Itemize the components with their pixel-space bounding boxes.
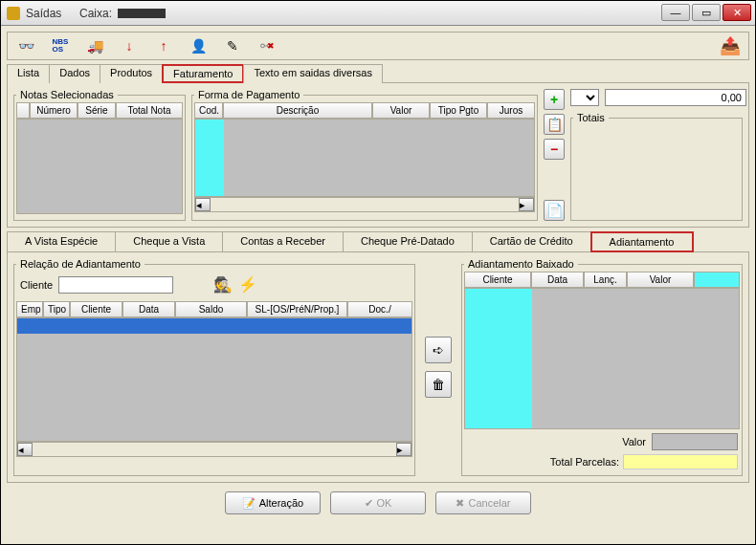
cancel-icon: ✖ bbox=[456, 497, 464, 510]
col-doc[interactable]: Doc./ bbox=[347, 301, 412, 317]
title-text: Saídas bbox=[26, 7, 61, 20]
footer: 📝 Alteração ✔ OK ✖ Cancelar bbox=[7, 487, 749, 519]
col-bdata[interactable]: Data bbox=[531, 272, 584, 288]
forma-hscroll[interactable]: ◂ ▸ bbox=[194, 197, 535, 212]
forma-grid[interactable] bbox=[194, 119, 535, 197]
col-numero[interactable]: Número bbox=[30, 102, 78, 119]
nbs-icon[interactable]: NBSOS bbox=[50, 35, 71, 56]
col-tipo[interactable]: Tipo bbox=[43, 301, 70, 317]
baixado-grid[interactable] bbox=[464, 288, 740, 429]
adiantamento-body: Relação de Adiantamento Cliente 🕵️ ⚡ Emp… bbox=[7, 251, 749, 483]
tab-faturamento[interactable]: Faturamento bbox=[162, 64, 244, 83]
col-cod[interactable]: Cod. bbox=[194, 102, 223, 119]
tab-produtos[interactable]: Produtos bbox=[100, 64, 163, 83]
check-icon: ✔ bbox=[365, 497, 373, 510]
col-descricao[interactable]: Descrição bbox=[223, 102, 372, 119]
forma-legend: Forma de Pagamento bbox=[194, 89, 303, 100]
scroll-right[interactable]: ▸ bbox=[396, 443, 411, 456]
col-blanc[interactable]: Lanç. bbox=[584, 272, 627, 288]
col-valor[interactable]: Valor bbox=[372, 102, 430, 119]
tab-texto[interactable]: Texto em saidas diversas bbox=[243, 64, 383, 83]
valor-input[interactable] bbox=[652, 433, 738, 450]
window: Saídas Caixa: — ▭ ✕ 👓 NBSOS 🚚 ↓ ↑ 👤 ✎ ⚯✖… bbox=[0, 0, 756, 545]
cliente-input[interactable] bbox=[58, 276, 173, 294]
link-broken-icon[interactable]: ⚯✖ bbox=[256, 35, 278, 56]
minimize-button[interactable]: — bbox=[661, 4, 690, 21]
col-bextra[interactable] bbox=[694, 272, 740, 288]
notas-grid[interactable] bbox=[16, 119, 183, 214]
col-cliente[interactable]: Cliente bbox=[70, 301, 122, 317]
ok-button[interactable]: ✔ OK bbox=[330, 491, 426, 514]
truck-icon[interactable]: 🚚 bbox=[84, 35, 105, 56]
top-dropdown[interactable] bbox=[570, 89, 599, 106]
window-title: Saídas Caixa: bbox=[26, 7, 166, 20]
titlebar: Saídas Caixa: — ▭ ✕ bbox=[1, 1, 755, 26]
close-button[interactable]: ✕ bbox=[723, 4, 751, 21]
arrow-up-icon[interactable]: ↑ bbox=[153, 35, 174, 56]
col-juros[interactable]: Juros bbox=[487, 102, 535, 119]
relacao-grid[interactable] bbox=[16, 317, 412, 442]
doc-button[interactable]: 📄 bbox=[544, 200, 565, 221]
relacao-adiantamento: Relação de Adiantamento Cliente 🕵️ ⚡ Emp… bbox=[13, 258, 415, 476]
top-value-input[interactable] bbox=[605, 89, 746, 106]
person-icon[interactable]: 👤 bbox=[188, 35, 209, 56]
col-bvalor[interactable]: Valor bbox=[627, 272, 694, 288]
relacao-hscroll[interactable]: ◂ ▸ bbox=[16, 442, 412, 457]
move-right-button[interactable]: ➪ bbox=[425, 337, 452, 363]
scroll-right[interactable]: ▸ bbox=[519, 198, 534, 211]
caixa-label: Caixa: bbox=[79, 7, 112, 20]
col-tipopgto[interactable]: Tipo Pgto bbox=[430, 102, 487, 119]
add-button[interactable]: + bbox=[544, 89, 565, 110]
col-sl[interactable]: SL-[OS/PréN/Prop.] bbox=[247, 301, 347, 317]
content: 👓 NBSOS 🚚 ↓ ↑ 👤 ✎ ⚯✖ 📤 Lista Dados Produ… bbox=[1, 26, 755, 544]
delete-button[interactable]: 🗑 bbox=[425, 371, 452, 398]
faturamento-body: Notas Selecionadas Número Série Total No… bbox=[7, 82, 749, 228]
scroll-left[interactable]: ◂ bbox=[195, 198, 211, 211]
totais: Totais bbox=[570, 112, 743, 221]
scroll-left[interactable]: ◂ bbox=[17, 443, 33, 456]
forma-pagamento: Forma de Pagamento Cod. Descrição Valor … bbox=[191, 89, 538, 221]
exit-icon[interactable]: 📤 bbox=[720, 35, 741, 56]
sub-tabs: A Vista Espécie Cheque a Vista Contas a … bbox=[7, 231, 749, 252]
edit-icon: 📝 bbox=[242, 497, 256, 510]
alteracao-button[interactable]: 📝 Alteração bbox=[225, 491, 321, 514]
maximize-button[interactable]: ▭ bbox=[692, 4, 721, 21]
tab-lista[interactable]: Lista bbox=[7, 64, 50, 83]
pen-icon[interactable]: ✎ bbox=[222, 35, 243, 56]
total-parcelas-value bbox=[623, 454, 738, 469]
col-data[interactable]: Data bbox=[122, 301, 175, 317]
forma-side-buttons: + 📋 − 📄 bbox=[544, 89, 565, 221]
subtab-cartao[interactable]: Cartão de Crédito bbox=[472, 231, 591, 252]
subtab-cheque-pre[interactable]: Cheque Pré-Datado bbox=[343, 231, 473, 252]
lightning-icon[interactable]: ⚡ bbox=[238, 275, 257, 294]
copy-button[interactable]: 📋 bbox=[544, 114, 565, 135]
cancel-button[interactable]: ✖ Cancelar bbox=[435, 491, 531, 514]
col-saldo[interactable]: Saldo bbox=[175, 301, 247, 317]
col-serie[interactable]: Série bbox=[78, 102, 116, 119]
totais-legend: Totais bbox=[573, 112, 609, 123]
notas-selecionadas: Notas Selecionadas Número Série Total No… bbox=[13, 89, 186, 221]
col-bcliente[interactable]: Cliente bbox=[464, 272, 531, 288]
subtab-cheque-vista[interactable]: Cheque a Vista bbox=[115, 231, 223, 252]
col-emp[interactable]: Emp bbox=[16, 301, 43, 317]
cliente-label: Cliente bbox=[20, 279, 53, 291]
main-tabs: Lista Dados Produtos Faturamento Texto e… bbox=[7, 64, 749, 83]
adiantamento-baixado: Adiantamento Baixado Cliente Data Lanç. … bbox=[461, 258, 743, 476]
relacao-legend: Relação de Adiantamento bbox=[16, 258, 145, 270]
tab-dados[interactable]: Dados bbox=[49, 64, 100, 83]
person-suit-icon[interactable]: 🕵️ bbox=[213, 275, 233, 294]
remove-button[interactable]: − bbox=[544, 139, 565, 160]
glasses-icon[interactable]: 👓 bbox=[15, 35, 36, 56]
valor-label: Valor bbox=[622, 436, 646, 447]
subtab-adiantamento[interactable]: Adiantamento bbox=[590, 231, 694, 252]
arrow-down-icon[interactable]: ↓ bbox=[119, 35, 140, 56]
subtab-contas-receber[interactable]: Contas a Receber bbox=[222, 231, 344, 252]
app-icon bbox=[7, 7, 20, 20]
subtab-avista[interactable]: A Vista Espécie bbox=[7, 231, 116, 252]
col-total[interactable]: Total Nota bbox=[116, 102, 183, 119]
baixado-legend: Adiantamento Baixado bbox=[464, 258, 578, 270]
total-parcelas-label: Total Parcelas: bbox=[550, 456, 619, 468]
toolbar: 👓 NBSOS 🚚 ↓ ↑ 👤 ✎ ⚯✖ 📤 bbox=[7, 32, 749, 60]
caixa-value-redacted bbox=[118, 9, 166, 18]
notas-legend: Notas Selecionadas bbox=[16, 89, 118, 100]
